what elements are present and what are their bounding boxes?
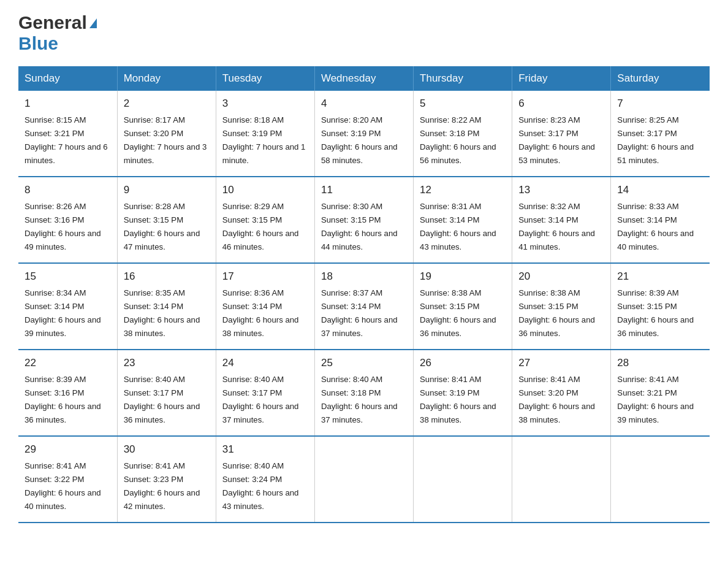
- day-number: 31: [222, 442, 308, 458]
- header-day-saturday: Saturday: [611, 66, 710, 91]
- day-number: 6: [518, 96, 604, 112]
- cell-info: Sunrise: 8:39 AMSunset: 3:15 PMDaylight:…: [617, 288, 694, 338]
- cell-info: Sunrise: 8:41 AMSunset: 3:22 PMDaylight:…: [25, 461, 101, 511]
- calendar-cell: 1Sunrise: 8:15 AMSunset: 3:21 PMDaylight…: [18, 91, 117, 177]
- day-number: 12: [420, 182, 506, 198]
- calendar-table: SundayMondayTuesdayWednesdayThursdayFrid…: [18, 66, 710, 523]
- calendar-cell: 18Sunrise: 8:37 AMSunset: 3:14 PMDayligh…: [314, 263, 413, 350]
- calendar-cell: 9Sunrise: 8:28 AMSunset: 3:15 PMDaylight…: [117, 177, 216, 263]
- calendar-cell: 21Sunrise: 8:39 AMSunset: 3:15 PMDayligh…: [611, 263, 710, 350]
- header-day-friday: Friday: [512, 66, 611, 91]
- calendar-cell: [611, 436, 710, 523]
- calendar-week-row: 22Sunrise: 8:39 AMSunset: 3:16 PMDayligh…: [18, 350, 710, 436]
- day-number: 19: [420, 269, 506, 285]
- day-number: 17: [222, 269, 308, 285]
- cell-info: Sunrise: 8:37 AMSunset: 3:14 PMDaylight:…: [321, 288, 398, 338]
- cell-info: Sunrise: 8:39 AMSunset: 3:16 PMDaylight:…: [25, 375, 101, 424]
- calendar-cell: 8Sunrise: 8:26 AMSunset: 3:16 PMDaylight…: [18, 177, 117, 263]
- day-number: 5: [420, 96, 506, 112]
- calendar-cell: 19Sunrise: 8:38 AMSunset: 3:15 PMDayligh…: [414, 263, 512, 350]
- calendar-cell: 14Sunrise: 8:33 AMSunset: 3:14 PMDayligh…: [611, 177, 710, 263]
- cell-info: Sunrise: 8:38 AMSunset: 3:15 PMDaylight:…: [420, 288, 496, 338]
- day-number: 28: [617, 355, 703, 371]
- calendar-cell: 26Sunrise: 8:41 AMSunset: 3:19 PMDayligh…: [414, 350, 512, 436]
- day-number: 25: [321, 355, 407, 371]
- day-number: 23: [124, 355, 210, 371]
- cell-info: Sunrise: 8:40 AMSunset: 3:24 PMDaylight:…: [222, 461, 299, 511]
- calendar-cell: 27Sunrise: 8:41 AMSunset: 3:20 PMDayligh…: [512, 350, 611, 436]
- calendar-cell: 25Sunrise: 8:40 AMSunset: 3:18 PMDayligh…: [314, 350, 413, 436]
- calendar-cell: 11Sunrise: 8:30 AMSunset: 3:15 PMDayligh…: [314, 177, 413, 263]
- logo-general-text: General: [18, 12, 87, 33]
- day-number: 3: [222, 96, 308, 112]
- day-number: 22: [25, 355, 111, 371]
- day-number: 2: [124, 96, 210, 112]
- cell-info: Sunrise: 8:41 AMSunset: 3:21 PMDaylight:…: [617, 375, 694, 424]
- calendar-cell: [314, 436, 413, 523]
- day-number: 30: [124, 442, 210, 458]
- calendar-week-row: 15Sunrise: 8:34 AMSunset: 3:14 PMDayligh…: [18, 263, 710, 350]
- day-number: 9: [124, 182, 210, 198]
- cell-info: Sunrise: 8:30 AMSunset: 3:15 PMDaylight:…: [321, 202, 398, 251]
- day-number: 26: [420, 355, 506, 371]
- logo: General Blue: [18, 12, 97, 54]
- calendar-cell: 22Sunrise: 8:39 AMSunset: 3:16 PMDayligh…: [18, 350, 117, 436]
- calendar-header-row: SundayMondayTuesdayWednesdayThursdayFrid…: [18, 66, 710, 91]
- cell-info: Sunrise: 8:22 AMSunset: 3:18 PMDaylight:…: [420, 115, 496, 165]
- header-day-sunday: Sunday: [18, 66, 117, 91]
- day-number: 13: [518, 182, 604, 198]
- header-day-thursday: Thursday: [414, 66, 512, 91]
- calendar-cell: 28Sunrise: 8:41 AMSunset: 3:21 PMDayligh…: [611, 350, 710, 436]
- day-number: 24: [222, 355, 308, 371]
- cell-info: Sunrise: 8:32 AMSunset: 3:14 PMDaylight:…: [518, 202, 595, 251]
- cell-info: Sunrise: 8:25 AMSunset: 3:17 PMDaylight:…: [617, 115, 694, 165]
- day-number: 14: [617, 182, 703, 198]
- day-number: 21: [617, 269, 703, 285]
- calendar-week-row: 29Sunrise: 8:41 AMSunset: 3:22 PMDayligh…: [18, 436, 710, 523]
- calendar-cell: 10Sunrise: 8:29 AMSunset: 3:15 PMDayligh…: [216, 177, 314, 263]
- calendar-cell: 31Sunrise: 8:40 AMSunset: 3:24 PMDayligh…: [216, 436, 314, 523]
- calendar-cell: 5Sunrise: 8:22 AMSunset: 3:18 PMDaylight…: [414, 91, 512, 177]
- cell-info: Sunrise: 8:41 AMSunset: 3:19 PMDaylight:…: [420, 375, 496, 424]
- day-number: 1: [25, 96, 111, 112]
- calendar-cell: 29Sunrise: 8:41 AMSunset: 3:22 PMDayligh…: [18, 436, 117, 523]
- cell-info: Sunrise: 8:28 AMSunset: 3:15 PMDaylight:…: [124, 202, 200, 251]
- calendar-cell: 30Sunrise: 8:41 AMSunset: 3:23 PMDayligh…: [117, 436, 216, 523]
- cell-info: Sunrise: 8:36 AMSunset: 3:14 PMDaylight:…: [222, 288, 299, 338]
- cell-info: Sunrise: 8:31 AMSunset: 3:14 PMDaylight:…: [420, 202, 496, 251]
- calendar-cell: 20Sunrise: 8:38 AMSunset: 3:15 PMDayligh…: [512, 263, 611, 350]
- cell-info: Sunrise: 8:41 AMSunset: 3:23 PMDaylight:…: [124, 461, 200, 511]
- cell-info: Sunrise: 8:15 AMSunset: 3:21 PMDaylight:…: [25, 115, 108, 165]
- calendar-cell: 7Sunrise: 8:25 AMSunset: 3:17 PMDaylight…: [611, 91, 710, 177]
- day-number: 10: [222, 182, 308, 198]
- cell-info: Sunrise: 8:40 AMSunset: 3:17 PMDaylight:…: [222, 375, 299, 424]
- calendar-cell: [512, 436, 611, 523]
- cell-info: Sunrise: 8:17 AMSunset: 3:20 PMDaylight:…: [124, 115, 207, 165]
- day-number: 11: [321, 182, 407, 198]
- cell-info: Sunrise: 8:20 AMSunset: 3:19 PMDaylight:…: [321, 115, 398, 165]
- calendar-cell: 15Sunrise: 8:34 AMSunset: 3:14 PMDayligh…: [18, 263, 117, 350]
- calendar-cell: 12Sunrise: 8:31 AMSunset: 3:14 PMDayligh…: [414, 177, 512, 263]
- cell-info: Sunrise: 8:33 AMSunset: 3:14 PMDaylight:…: [617, 202, 694, 251]
- header-day-tuesday: Tuesday: [216, 66, 314, 91]
- calendar-cell: 6Sunrise: 8:23 AMSunset: 3:17 PMDaylight…: [512, 91, 611, 177]
- calendar-week-row: 8Sunrise: 8:26 AMSunset: 3:16 PMDaylight…: [18, 177, 710, 263]
- cell-info: Sunrise: 8:18 AMSunset: 3:19 PMDaylight:…: [222, 115, 306, 165]
- day-number: 29: [25, 442, 111, 458]
- cell-info: Sunrise: 8:29 AMSunset: 3:15 PMDaylight:…: [222, 202, 299, 251]
- cell-info: Sunrise: 8:34 AMSunset: 3:14 PMDaylight:…: [25, 288, 101, 338]
- header-day-monday: Monday: [117, 66, 216, 91]
- calendar-cell: 24Sunrise: 8:40 AMSunset: 3:17 PMDayligh…: [216, 350, 314, 436]
- day-number: 16: [124, 269, 210, 285]
- calendar-week-row: 1Sunrise: 8:15 AMSunset: 3:21 PMDaylight…: [18, 91, 710, 177]
- calendar-cell: 13Sunrise: 8:32 AMSunset: 3:14 PMDayligh…: [512, 177, 611, 263]
- calendar-cell: [414, 436, 512, 523]
- calendar-cell: 4Sunrise: 8:20 AMSunset: 3:19 PMDaylight…: [314, 91, 413, 177]
- day-number: 27: [518, 355, 604, 371]
- day-number: 4: [321, 96, 407, 112]
- day-number: 18: [321, 269, 407, 285]
- cell-info: Sunrise: 8:40 AMSunset: 3:18 PMDaylight:…: [321, 375, 398, 424]
- day-number: 15: [25, 269, 111, 285]
- header-day-wednesday: Wednesday: [314, 66, 413, 91]
- cell-info: Sunrise: 8:35 AMSunset: 3:14 PMDaylight:…: [124, 288, 200, 338]
